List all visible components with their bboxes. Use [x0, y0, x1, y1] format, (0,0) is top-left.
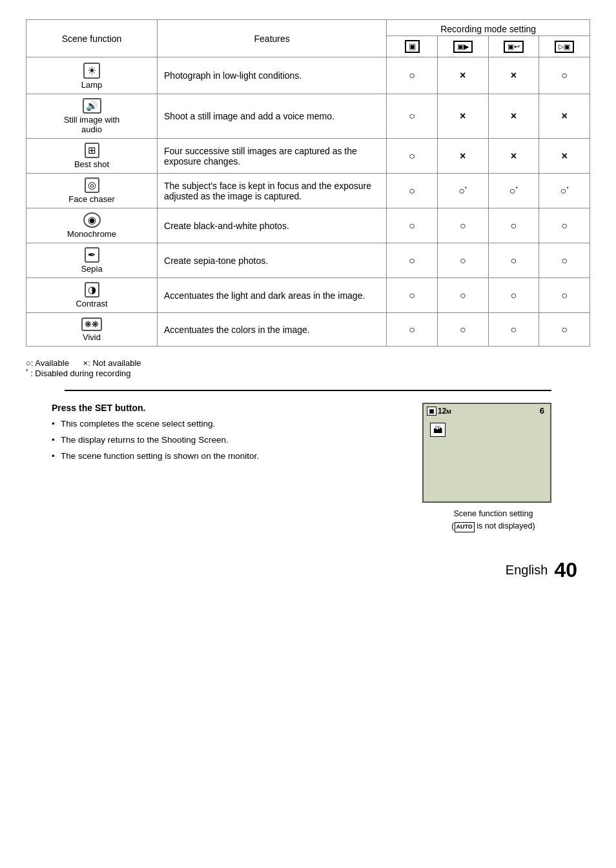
- lamp-mode1: ○: [387, 57, 438, 94]
- still-audio-mode3: ×: [488, 94, 539, 139]
- scene-caption: Scene function setting (AUTO is not disp…: [422, 508, 564, 532]
- bullet-item-3: The scene function setting is shown on t…: [52, 450, 403, 463]
- vivid-icon: ❋❋: [33, 317, 150, 331]
- still-audio-mode2: ×: [437, 94, 488, 139]
- face-chaser-mode3: ○*: [488, 174, 539, 208]
- camera-scene-area: 🏔: [424, 418, 550, 442]
- camera-topbar: ▣ 12M 6: [424, 404, 550, 418]
- lamp-mode2: ×: [437, 57, 488, 94]
- mode-icon-1: ▣: [387, 36, 438, 57]
- table-row: ✒ Sepia Create sepia-tone photos. ○ ○ ○ …: [26, 243, 590, 278]
- camera-megapixels: 12M: [438, 407, 451, 416]
- lamp-icon: ☀: [33, 61, 150, 79]
- table-row: ❋❋ Vivid Accentuates the colors in the i…: [26, 313, 590, 347]
- face-chaser-mode2: ○*: [437, 174, 488, 208]
- scene-cell-lamp: ☀ Lamp: [26, 57, 158, 94]
- best-shot-label: Best shot: [33, 159, 150, 169]
- contrast-mode3: ○: [488, 278, 539, 313]
- camera-mode-icon: ▣: [427, 407, 436, 416]
- monochrome-features: Create black-and-white photos.: [158, 208, 387, 243]
- bullet-item-2: The display returns to the Shooting Scre…: [52, 434, 403, 447]
- best-shot-mode3: ×: [488, 139, 539, 174]
- still-audio-mode4: ×: [539, 94, 590, 139]
- monochrome-label: Monochrome: [33, 229, 150, 239]
- table-row: 🔊 Still image withaudio Shoot a still im…: [26, 94, 590, 139]
- vivid-mode1: ○: [387, 313, 438, 347]
- scene-caption-line1: Scene function setting: [454, 509, 533, 518]
- scene-cell-still-audio: 🔊 Still image withaudio: [26, 94, 158, 139]
- table-row: ◑ Contrast Accentuates the light and dar…: [26, 278, 590, 313]
- best-shot-icon: ⊞: [33, 143, 150, 158]
- table-row: ◉ Monochrome Create black-and-white phot…: [26, 208, 590, 243]
- best-shot-features: Four successive still images are capture…: [158, 139, 387, 174]
- legend-asterisk: : Disabled during recording: [30, 368, 130, 378]
- scene-cell-contrast: ◑ Contrast: [26, 278, 158, 313]
- scene-cell-face-chaser: ◎ Face chaser: [26, 174, 158, 208]
- set-button-label: Press the SET button.: [52, 403, 403, 413]
- lamp-label: Lamp: [33, 80, 150, 90]
- sepia-features: Create sepia-tone photos.: [158, 243, 387, 278]
- mode-icon-4: ▷▣: [539, 36, 590, 57]
- scene-cell-best-shot: ⊞ Best shot: [26, 139, 158, 174]
- sepia-mode2: ○: [437, 243, 488, 278]
- legend-available: ○: Available: [26, 358, 69, 368]
- camera-screen: ▣ 12M 6 🏔: [422, 403, 551, 503]
- bullet-item-1: This completes the scene select setting.: [52, 418, 403, 430]
- contrast-mode4: ○: [539, 278, 590, 313]
- contrast-label: Contrast: [33, 299, 150, 308]
- still-audio-features: Shoot a still image and add a voice memo…: [158, 94, 387, 139]
- page-number-row: English 40: [26, 558, 590, 582]
- contrast-icon: ◑: [33, 282, 150, 298]
- page-language: English: [506, 563, 548, 578]
- contrast-mode1: ○: [387, 278, 438, 313]
- bullet-list: This completes the scene select setting.…: [52, 418, 403, 463]
- scene-cell-vivid: ❋❋ Vivid: [26, 313, 158, 347]
- recording-mode-header: Recording mode setting: [387, 20, 590, 36]
- face-chaser-icon: ◎: [33, 177, 150, 193]
- mode-icon-2: ▣▶: [437, 36, 488, 57]
- best-shot-mode1: ○: [387, 139, 438, 174]
- table-row: ⊞ Best shot Four successive still images…: [26, 139, 590, 174]
- sepia-mode4: ○: [539, 243, 590, 278]
- monochrome-icon: ◉: [33, 212, 150, 228]
- auto-box: AUTO: [455, 522, 475, 532]
- vivid-label: Vivid: [33, 332, 150, 342]
- monochrome-mode1: ○: [387, 208, 438, 243]
- scene-cell-monochrome: ◉ Monochrome: [26, 208, 158, 243]
- sepia-mode3: ○: [488, 243, 539, 278]
- lamp-features: Photograph in low-light conditions.: [158, 57, 387, 94]
- camera-preview: ▣ 12M 6 🏔 Scene function setting (AUTO i…: [422, 403, 564, 532]
- table-row: ◎ Face chaser The subject's face is kept…: [26, 174, 590, 208]
- monochrome-mode2: ○: [437, 208, 488, 243]
- still-audio-mode1: ○: [387, 94, 438, 139]
- sepia-mode1: ○: [387, 243, 438, 278]
- page-number: 40: [554, 558, 577, 582]
- face-chaser-mode1: ○: [387, 174, 438, 208]
- scene-cell-sepia: ✒ Sepia: [26, 243, 158, 278]
- face-chaser-mode4: ○*: [539, 174, 590, 208]
- sepia-icon: ✒: [33, 247, 150, 263]
- best-shot-mode4: ×: [539, 139, 590, 174]
- vivid-mode4: ○: [539, 313, 590, 347]
- camera-shot-count: 6: [540, 406, 547, 416]
- instructions-panel: Press the SET button. This completes the…: [52, 403, 403, 532]
- lamp-mode4: ○: [539, 57, 590, 94]
- vivid-mode2: ○: [437, 313, 488, 347]
- mode-icon-3: ▣↩: [488, 36, 539, 57]
- section-divider: [65, 390, 551, 391]
- bottom-section: Press the SET button. This completes the…: [26, 403, 590, 532]
- still-audio-label: Still image withaudio: [33, 115, 150, 134]
- features-header: Features: [158, 20, 387, 57]
- monochrome-mode4: ○: [539, 208, 590, 243]
- contrast-features: Accentuates the light and dark areas in …: [158, 278, 387, 313]
- monochrome-mode3: ○: [488, 208, 539, 243]
- legend: ○: Available ×: Not available * : Disabl…: [26, 358, 590, 378]
- face-chaser-label: Face chaser: [33, 194, 150, 204]
- contrast-mode2: ○: [437, 278, 488, 313]
- sepia-label: Sepia: [33, 264, 150, 274]
- lamp-mode3: ×: [488, 57, 539, 94]
- scene-function-table: Scene function Features Recording mode s…: [26, 19, 590, 347]
- face-chaser-features: The subject's face is kept in focus and …: [158, 174, 387, 208]
- still-audio-icon: 🔊: [33, 98, 150, 114]
- vivid-mode3: ○: [488, 313, 539, 347]
